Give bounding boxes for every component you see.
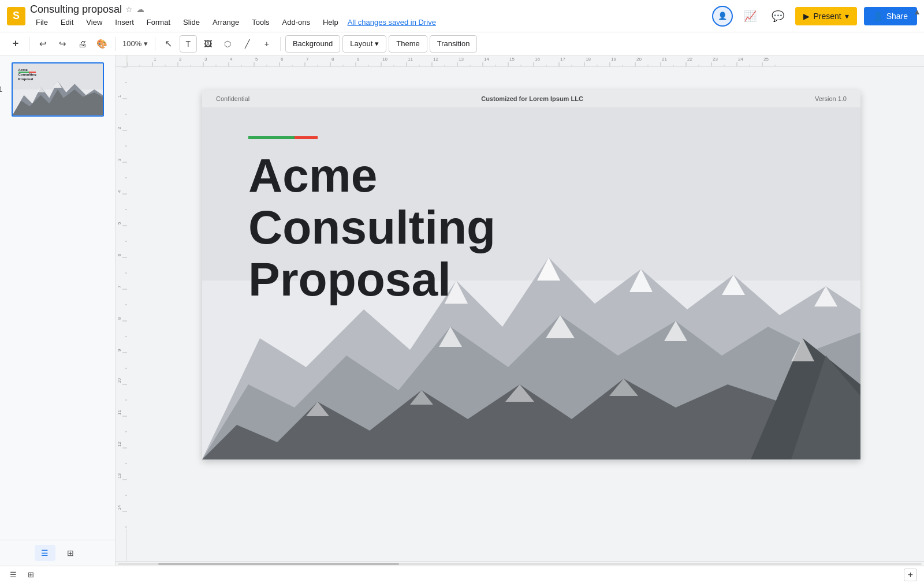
- slide-thumbnail[interactable]: Acme Consulting Proposal: [12, 62, 104, 117]
- sidebar: 1: [0, 55, 116, 566]
- svg-text:6: 6: [281, 57, 284, 62]
- slides-grid-view-button[interactable]: ⊞: [24, 569, 37, 581]
- autosave-link[interactable]: All changes saved in Drive: [348, 18, 436, 27]
- share-label: Share: [886, 12, 908, 21]
- layout-chevron-icon: ▾: [375, 39, 379, 48]
- redo-button[interactable]: ↪: [54, 35, 71, 53]
- bottom-bar: ☰ ⊞ +: [0, 566, 924, 583]
- horizontal-ruler: // We'll draw these in the inline script…: [116, 55, 924, 67]
- svg-text:3: 3: [204, 57, 207, 62]
- bottom-scrollbar[interactable]: [116, 561, 924, 566]
- divider-2: [115, 37, 116, 51]
- slide-header-center: Customized for Lorem Ipsum LLC: [481, 95, 583, 102]
- main-layout: 1: [0, 55, 924, 566]
- add-slide-button[interactable]: +: [904, 569, 917, 581]
- slide-number: 1: [0, 85, 2, 94]
- line-button[interactable]: ╱: [239, 35, 256, 53]
- thumbnail-title-line2: Consulting: [18, 73, 36, 76]
- list-view-button[interactable]: ☰: [35, 545, 55, 561]
- present-icon: ▶: [803, 12, 810, 21]
- bottom-right: +: [904, 569, 917, 581]
- undo-button[interactable]: ↩: [34, 35, 51, 53]
- present-chevron-icon: ▾: [845, 12, 849, 21]
- background-button[interactable]: Background: [285, 35, 340, 53]
- svg-text:22: 22: [687, 57, 692, 62]
- top-bar-right: 👤 📈 💬 ▶ Present ▾ 👤 Share: [712, 6, 917, 27]
- image-button[interactable]: 🖼: [199, 35, 217, 53]
- scrollbar-thumb[interactable]: [158, 563, 400, 565]
- share-button[interactable]: 👤 Share: [864, 7, 917, 25]
- divider-4: [280, 37, 281, 51]
- menu-help[interactable]: Help: [317, 16, 344, 29]
- text-button[interactable]: T: [180, 35, 197, 53]
- slide-header: Confidential Customized for Lorem Ipsum …: [202, 90, 860, 107]
- shapes-button[interactable]: ⬡: [219, 35, 236, 53]
- svg-text:8: 8: [331, 57, 334, 62]
- present-label: Present: [813, 12, 841, 21]
- slide-content: Acme Consulting Proposal: [248, 136, 495, 306]
- menu-edit[interactable]: Edit: [55, 16, 79, 29]
- zoom-button[interactable]: 100% ▾: [120, 35, 150, 53]
- link-button[interactable]: +: [258, 35, 275, 53]
- menu-slide[interactable]: Slide: [177, 16, 206, 29]
- slide-title-line1: Acme: [248, 150, 495, 201]
- slides-list-view-button[interactable]: ☰: [7, 569, 20, 581]
- menu-tools[interactable]: Tools: [246, 16, 275, 29]
- menu-format[interactable]: Format: [141, 16, 176, 29]
- divider-3: [155, 37, 155, 51]
- activity-icon[interactable]: 📈: [740, 6, 761, 27]
- canvas-area: // We'll draw these in the inline script…: [116, 55, 924, 566]
- thumbnail-text: Acme Consulting Proposal: [18, 68, 36, 81]
- print-button[interactable]: 🖨: [73, 35, 91, 53]
- present-button[interactable]: ▶ Present ▾: [795, 7, 856, 25]
- svg-text:10: 10: [382, 57, 388, 62]
- share-icon: 👤: [873, 12, 883, 21]
- grid-view-button[interactable]: ⊞: [60, 545, 81, 561]
- bottom-left: ☰ ⊞: [7, 569, 37, 581]
- svg-text:9: 9: [357, 57, 360, 62]
- menu-file[interactable]: File: [30, 16, 54, 29]
- menu-addons[interactable]: Add-ons: [277, 16, 316, 29]
- theme-button[interactable]: Theme: [389, 35, 427, 53]
- vertical-ruler: [116, 67, 127, 561]
- collapse-button[interactable]: ▲: [910, 0, 924, 23]
- doc-title[interactable]: Consulting proposal: [30, 3, 122, 16]
- menu-arrange[interactable]: Arrange: [207, 16, 245, 29]
- star-icon[interactable]: ☆: [125, 5, 133, 14]
- cloud-icon[interactable]: ☁: [136, 5, 144, 14]
- top-bar: S Consulting proposal ☆ ☁ File Edit View…: [0, 0, 924, 32]
- menu-insert[interactable]: Insert: [109, 16, 140, 29]
- menu-bar: File Edit View Insert Format Slide Arran…: [30, 16, 436, 29]
- svg-text:17: 17: [560, 57, 565, 62]
- orange-bar: [295, 136, 318, 139]
- scrollbar-track[interactable]: [118, 563, 922, 565]
- svg-text:11: 11: [408, 57, 413, 62]
- svg-text:15: 15: [509, 57, 515, 62]
- layout-button[interactable]: Layout ▾: [342, 35, 386, 53]
- sidebar-bottom: ☰ ⊞: [0, 540, 115, 566]
- slide-container[interactable]: Confidential Customized for Lorem Ipsum …: [202, 90, 860, 459]
- svg-text:18: 18: [586, 57, 591, 62]
- avatar[interactable]: 👤: [712, 6, 733, 27]
- slide-title-line3: Proposal: [248, 253, 495, 305]
- menu-view[interactable]: View: [80, 16, 108, 29]
- slide-header-version: Version 1.0: [815, 95, 847, 102]
- svg-text:2: 2: [179, 57, 182, 62]
- svg-text:4: 4: [230, 57, 233, 62]
- toolbar: + ↩ ↪ 🖨 🎨 100% ▾ ↖ T 🖼 ⬡ ╱ + Background …: [0, 32, 924, 55]
- comments-icon[interactable]: 💬: [767, 6, 788, 27]
- svg-text:23: 23: [713, 57, 718, 62]
- ruler-svg-h: // We'll draw these in the inline script…: [127, 55, 924, 66]
- divider-1: [29, 37, 29, 51]
- green-bar: [248, 136, 295, 139]
- add-button[interactable]: +: [7, 35, 24, 53]
- cursor-button[interactable]: ↖: [160, 35, 177, 53]
- transition-button[interactable]: Transition: [430, 35, 478, 53]
- svg-text:24: 24: [738, 57, 743, 62]
- paint-format-button[interactable]: 🎨: [93, 35, 110, 53]
- slide-title[interactable]: Acme Consulting Proposal: [248, 150, 495, 306]
- canvas-scroll[interactable]: Confidential Customized for Lorem Ipsum …: [139, 79, 924, 561]
- svg-text:12: 12: [433, 57, 438, 62]
- thumbnail-title-line3: Proposal: [18, 77, 33, 81]
- slide-thumbnail-container: 1: [12, 62, 104, 117]
